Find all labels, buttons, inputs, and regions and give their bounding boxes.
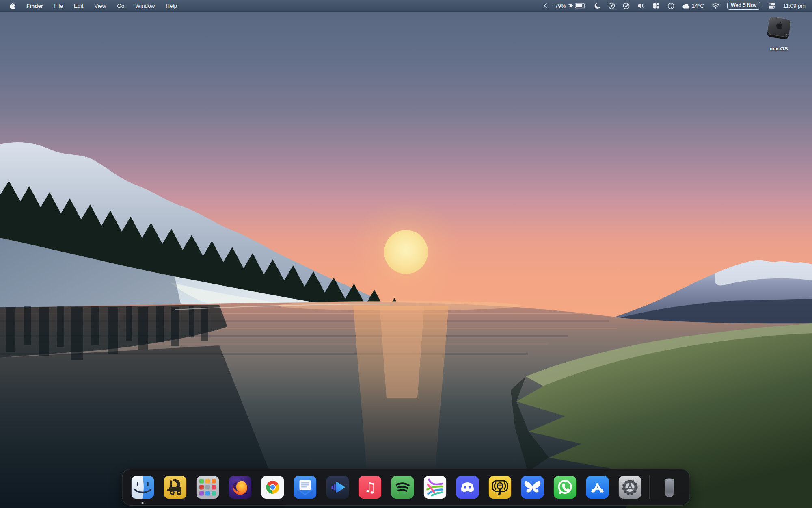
apple-menu-icon[interactable] bbox=[10, 2, 15, 9]
appearance-circle-icon[interactable] bbox=[667, 2, 674, 9]
power-plug-icon bbox=[568, 3, 573, 9]
dock: ♫ bbox=[122, 469, 690, 506]
desktop-wallpaper bbox=[0, 0, 812, 508]
dock-trash-icon[interactable] bbox=[658, 476, 681, 499]
dock-forklift-icon[interactable] bbox=[164, 476, 187, 499]
dock-route-lines-icon[interactable] bbox=[424, 476, 447, 499]
dock-apple-music-icon[interactable]: ♫ bbox=[359, 476, 382, 499]
dock-bluesky-icon[interactable] bbox=[521, 476, 544, 499]
dock-finder-icon[interactable] bbox=[132, 476, 154, 499]
dock-discord-icon[interactable] bbox=[456, 476, 479, 499]
dock-firefox-icon[interactable] bbox=[229, 476, 252, 499]
weather-status[interactable]: 14°C bbox=[682, 3, 704, 9]
wifi-icon[interactable] bbox=[712, 3, 719, 9]
menu-bar-status: 79% bbox=[543, 2, 812, 10]
menu-item-finder[interactable]: Finder bbox=[26, 3, 43, 9]
drive-label: macOS bbox=[770, 46, 788, 52]
menu-item-file[interactable]: File bbox=[54, 3, 63, 9]
dock-media-player-icon[interactable] bbox=[326, 476, 349, 499]
dock-chrome-icon[interactable] bbox=[261, 476, 284, 499]
desktop-drive-macos[interactable]: macOS bbox=[756, 14, 801, 52]
menu-bar: Finder File Edit View Go Window Help 79% bbox=[0, 0, 812, 12]
finder-running-indicator bbox=[142, 502, 144, 504]
dock-launchpad-icon[interactable] bbox=[197, 476, 219, 499]
svg-text:♫: ♫ bbox=[364, 479, 376, 495]
menu-bar-left: Finder File Edit View Go Window Help bbox=[0, 2, 177, 9]
battery-icon bbox=[575, 3, 586, 9]
chevron-collapse-icon[interactable] bbox=[543, 3, 547, 9]
dock-spotify-icon[interactable] bbox=[391, 476, 414, 499]
checkmark-circle-icon[interactable] bbox=[623, 2, 630, 9]
dock-whatsapp-icon[interactable] bbox=[554, 476, 577, 499]
focus-moon-icon[interactable] bbox=[594, 2, 600, 9]
menu-item-help[interactable]: Help bbox=[166, 3, 177, 9]
battery-percent: 79% bbox=[555, 3, 566, 9]
dock-system-settings-icon[interactable] bbox=[619, 476, 641, 499]
menu-item-go[interactable]: Go bbox=[117, 3, 124, 9]
hard-drive-icon bbox=[761, 14, 796, 45]
clock-label[interactable]: 11:09 pm bbox=[783, 3, 806, 9]
weather-cloud-icon bbox=[682, 3, 690, 9]
dock-divider bbox=[650, 475, 650, 499]
dock-mail-icon[interactable] bbox=[294, 476, 317, 499]
dock-elephant-chat-icon[interactable] bbox=[489, 476, 512, 499]
window-tiles-icon[interactable] bbox=[653, 2, 660, 9]
menu-item-window[interactable]: Window bbox=[135, 3, 155, 9]
dock-app-store-icon[interactable] bbox=[586, 476, 609, 499]
menu-item-edit[interactable]: Edit bbox=[74, 3, 83, 9]
volume-icon[interactable] bbox=[637, 2, 645, 9]
macos-desktop: { "menubar": { "apple_icon": "apple-logo… bbox=[0, 0, 812, 508]
gauge-icon[interactable] bbox=[608, 2, 615, 9]
battery-status[interactable]: 79% bbox=[555, 3, 586, 9]
menu-item-view[interactable]: View bbox=[94, 3, 106, 9]
date-badge[interactable]: Wed 5 Nov bbox=[727, 2, 760, 10]
control-center-icon[interactable] bbox=[768, 2, 775, 9]
temperature-label: 14°C bbox=[692, 3, 704, 9]
